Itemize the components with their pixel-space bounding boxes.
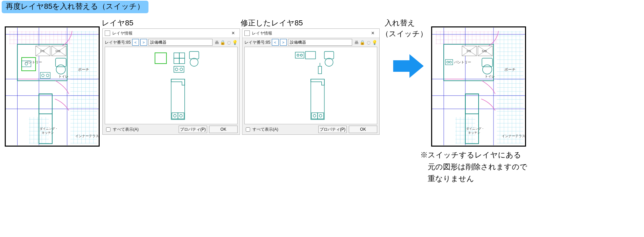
close-button[interactable]: × xyxy=(228,30,238,36)
layer-name-input[interactable] xyxy=(148,39,213,46)
svg-point-26 xyxy=(42,74,44,77)
dialog-toolbar: レイヤ番号:85 < > 🖶 🔒 ◌ 💡 xyxy=(103,38,240,47)
svg-rect-55 xyxy=(324,51,334,59)
svg-rect-57 xyxy=(318,66,322,74)
show-all-label: すべて表示(A) xyxy=(113,127,139,132)
dialog-titlebar[interactable]: レイヤ情報 × xyxy=(103,29,240,38)
app-icon xyxy=(105,30,110,36)
svg-rect-65 xyxy=(497,31,523,144)
svg-rect-41 xyxy=(189,51,199,59)
svg-rect-90 xyxy=(482,58,492,67)
svg-point-50 xyxy=(180,114,182,117)
dim-icon[interactable]: ◌ xyxy=(366,40,371,45)
print-icon[interactable]: 🖶 xyxy=(214,40,219,45)
svg-text:パントリー: パントリー xyxy=(25,60,42,64)
show-all-checkbox-input[interactable] xyxy=(246,127,250,132)
caption-layer85-fixed: 修正したレイヤ85 xyxy=(241,18,303,28)
svg-text:ダイニング・: ダイニング・ xyxy=(40,127,58,130)
next-layer-button[interactable]: > xyxy=(140,39,147,46)
section-heading: 再度レイヤ85を入れ替える（スイッチ） xyxy=(2,1,148,13)
layer-number-label: レイヤ番号:85 xyxy=(105,40,131,45)
footnote-line1: ※スイッチするレイヤにある xyxy=(420,149,527,161)
caption-layer85: レイヤ85 xyxy=(102,18,133,28)
svg-point-91 xyxy=(483,65,492,74)
dialog-footer: すべて表示(A) プロパティ(P) OK xyxy=(103,124,240,134)
svg-point-88 xyxy=(447,61,449,63)
svg-text:パントリー: パントリー xyxy=(454,60,471,64)
svg-text:ポーチ: ポーチ xyxy=(78,67,89,71)
layer-preview-canvas[interactable] xyxy=(105,47,238,124)
svg-text:PS: PS xyxy=(467,49,471,53)
layer-info-dialog-fixed: レイヤ情報 × レイヤ番号:85 < > 🖶 🔒 ◌ 💡 xyxy=(242,28,380,135)
footnote-line3: 重なりません xyxy=(420,173,527,185)
prev-layer-button[interactable]: < xyxy=(132,39,139,46)
app-icon xyxy=(244,30,250,36)
properties-button[interactable]: プロパティ(P) xyxy=(318,126,347,133)
ok-button[interactable]: OK xyxy=(209,126,238,133)
svg-rect-36 xyxy=(155,53,166,64)
svg-point-45 xyxy=(180,68,183,71)
footnote: ※スイッチするレイヤにある 元の図形は削除されますので 重なりません xyxy=(420,149,527,185)
bulb-icon[interactable]: 💡 xyxy=(372,40,377,45)
svg-text:インナーテラス: インナーテラス xyxy=(502,134,525,138)
svg-text:トイレ: トイレ xyxy=(485,74,495,78)
plan-svg: PS MB パントリー トイレ ポーチ インナーテラス ダイニング・ キッチン xyxy=(6,27,99,146)
svg-point-53 xyxy=(300,54,302,56)
plan-thumb-after: PS MB パントリー トイレ ポーチ インナーテラス ダイニング・ キッチン xyxy=(431,26,526,147)
next-layer-button[interactable]: > xyxy=(280,39,287,46)
bulb-icon[interactable]: 💡 xyxy=(232,40,238,45)
svg-rect-1 xyxy=(9,31,72,44)
lock-icon[interactable]: 🔒 xyxy=(220,40,225,45)
svg-rect-12 xyxy=(39,94,52,114)
dialog-titlebar[interactable]: レイヤ情報 × xyxy=(242,29,379,38)
ok-button[interactable]: OK xyxy=(349,126,377,133)
properties-button[interactable]: プロパティ(P) xyxy=(179,126,207,133)
svg-text:ダイニング・: ダイニング・ xyxy=(466,127,484,130)
svg-rect-54 xyxy=(305,51,316,59)
footnote-line2: 元の図形は削除されますので xyxy=(420,161,527,173)
svg-text:キッチン: キッチン xyxy=(468,131,480,134)
svg-point-63 xyxy=(319,114,322,117)
svg-rect-87 xyxy=(445,60,453,65)
layer-preview-canvas[interactable] xyxy=(244,47,377,124)
lock-icon[interactable]: 🔒 xyxy=(360,40,365,45)
caption-swap-line1: 入れ替え xyxy=(385,18,415,28)
dim-icon[interactable]: ◌ xyxy=(226,40,232,45)
svg-rect-39 xyxy=(174,58,179,64)
svg-rect-51 xyxy=(295,52,304,58)
svg-rect-40 xyxy=(179,58,185,64)
show-all-checkbox[interactable]: すべて表示(A) xyxy=(105,126,139,133)
svg-rect-0 xyxy=(71,31,97,144)
svg-point-42 xyxy=(190,58,198,66)
prev-layer-button[interactable]: < xyxy=(272,39,279,46)
close-button[interactable]: × xyxy=(368,30,378,36)
dialog-title: レイヤ情報 xyxy=(252,30,272,36)
dialog-toolbar: レイヤ番号:85 < > 🖶 🔒 ◌ 💡 xyxy=(242,38,379,47)
layer-info-dialog: レイヤ情報 × レイヤ番号:85 < > 🖶 🔒 ◌ 💡 xyxy=(102,28,240,135)
svg-rect-38 xyxy=(179,53,185,58)
show-all-checkbox-input[interactable] xyxy=(106,127,110,132)
svg-text:MB: MB xyxy=(482,49,487,53)
svg-rect-77 xyxy=(465,94,479,114)
svg-text:ポーチ: ポーチ xyxy=(504,67,516,71)
svg-text:PS: PS xyxy=(40,49,45,53)
svg-text:トイレ: トイレ xyxy=(58,74,68,78)
layer-name-input[interactable] xyxy=(288,39,352,46)
show-all-checkbox[interactable]: すべて表示(A) xyxy=(244,126,278,133)
dialog-title: レイヤ情報 xyxy=(112,30,133,36)
svg-point-52 xyxy=(297,54,299,56)
print-icon[interactable]: 🖶 xyxy=(354,40,359,45)
svg-text:MB: MB xyxy=(56,49,61,53)
svg-point-44 xyxy=(175,68,178,71)
svg-rect-66 xyxy=(436,31,499,44)
svg-rect-62 xyxy=(318,113,324,119)
arrow-icon xyxy=(393,54,424,79)
plan-svg: PS MB パントリー トイレ ポーチ インナーテラス ダイニング・ キッチン xyxy=(432,27,525,146)
caption-swap-line2: （スイッチ） xyxy=(381,28,427,39)
svg-rect-60 xyxy=(311,113,318,119)
svg-text:キッチン: キッチン xyxy=(42,131,54,134)
svg-point-56 xyxy=(325,58,333,66)
svg-marker-64 xyxy=(393,54,424,78)
svg-point-24 xyxy=(56,65,65,74)
svg-rect-23 xyxy=(56,58,66,67)
